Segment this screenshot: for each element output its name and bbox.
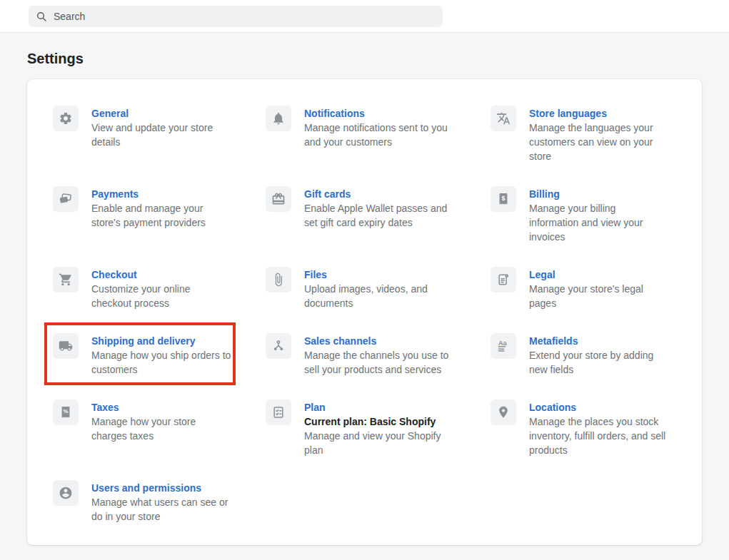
settings-item-description: Manage and view your Shopify plan: [304, 429, 457, 457]
settings-item-users-and-permissions[interactable]: Users and permissions Manage what users …: [53, 480, 266, 524]
plan-icon: [266, 399, 291, 425]
translate-icon: [491, 106, 516, 131]
settings-item-description: Manage how your store charges taxes: [91, 414, 231, 443]
settings-item-description: Manage the places you stock inventory, f…: [529, 414, 666, 457]
settings-link-general[interactable]: General: [91, 106, 231, 121]
settings-link-files[interactable]: Files: [304, 268, 457, 282]
settings-item-description: Manage how you ship orders to customers: [91, 348, 231, 377]
topbar: Search: [0, 0, 729, 33]
settings-link-users-and-permissions[interactable]: Users and permissions: [91, 481, 231, 495]
settings-item-description: Customize your online checkout process: [91, 282, 231, 310]
page-title: Settings: [27, 50, 702, 67]
settings-item-billing[interactable]: $ Billing Manage your billing informatio…: [491, 186, 676, 244]
settings-link-legal[interactable]: Legal: [529, 268, 666, 282]
settings-link-plan[interactable]: Plan: [304, 400, 457, 414]
settings-item-description: Enable Apple Wallet passes and set gift …: [304, 201, 457, 230]
settings-item-checkout[interactable]: Checkout Customize your online checkout …: [53, 267, 266, 310]
svg-text:$: $: [502, 195, 506, 202]
legal-icon: [491, 267, 516, 292]
settings-item-gift-cards[interactable]: Gift cards Enable Apple Wallet passes an…: [266, 186, 491, 244]
settings-link-billing[interactable]: Billing: [529, 187, 666, 201]
settings-item-store-languages[interactable]: Store languages Manage the languages you…: [491, 106, 676, 163]
settings-item-taxes[interactable]: % Taxes Manage how your store charges ta…: [53, 399, 266, 457]
cart-icon: [53, 267, 79, 292]
settings-item-description: Enable and manage your store's payment p…: [91, 201, 231, 230]
search-icon: [36, 11, 47, 22]
settings-link-shipping-and-delivery[interactable]: Shipping and delivery: [91, 334, 231, 348]
sales-channels-icon: [266, 333, 291, 359]
settings-item-legal[interactable]: Legal Manage your store's legal pages: [491, 267, 676, 310]
taxes-icon: %: [53, 399, 79, 425]
settings-item-description: Extend your store by adding new fields: [529, 348, 666, 377]
billing-icon: $: [491, 186, 516, 212]
metafields-icon: Aa: [491, 333, 516, 359]
settings-item-description: Manage notifications sent to you and you…: [304, 121, 457, 149]
gear-icon: [53, 106, 79, 131]
settings-item-description: Manage your store's legal pages: [529, 282, 666, 310]
settings-grid: General View and update your store detai…: [53, 106, 676, 524]
payments-icon: [53, 186, 79, 212]
settings-item-plan[interactable]: Plan Current plan: Basic Shopify Manage …: [266, 399, 491, 457]
location-icon: [491, 399, 516, 425]
settings-item-files[interactable]: Files Upload images, videos, and documen…: [266, 267, 491, 310]
settings-item-description: Manage the languages your customers can …: [529, 121, 666, 163]
users-icon: [53, 480, 79, 506]
settings-page: Settings General View and update your st…: [0, 50, 729, 545]
svg-text:Aa: Aa: [498, 340, 508, 347]
settings-item-locations[interactable]: Locations Manage the places you stock in…: [491, 399, 676, 457]
settings-item-sales-channels[interactable]: Sales channels Manage the channels you u…: [266, 333, 491, 377]
search-placeholder: Search: [54, 11, 85, 22]
settings-link-locations[interactable]: Locations: [529, 400, 666, 414]
settings-item-metafields[interactable]: Aa Metafields Extend your store by addin…: [491, 333, 676, 377]
svg-text:%: %: [63, 408, 68, 414]
settings-item-description: Manage the channels you use to sell your…: [304, 348, 457, 377]
truck-icon: [53, 333, 79, 359]
settings-link-payments[interactable]: Payments: [91, 187, 231, 201]
search-input[interactable]: Search: [29, 6, 443, 27]
settings-item-description: Manage what users can see or do in your …: [91, 495, 231, 524]
settings-item-shipping-and-delivery[interactable]: Shipping and delivery Manage how you shi…: [53, 333, 266, 377]
settings-item-general[interactable]: General View and update your store detai…: [53, 106, 266, 163]
settings-link-taxes[interactable]: Taxes: [91, 400, 231, 414]
gift-icon: [266, 186, 291, 212]
bell-icon: [266, 106, 291, 131]
settings-item-description: Upload images, videos, and documents: [304, 282, 457, 310]
settings-item-description: View and update your store details: [91, 121, 231, 149]
settings-link-sales-channels[interactable]: Sales channels: [304, 334, 457, 348]
settings-link-gift-cards[interactable]: Gift cards: [304, 187, 457, 201]
settings-link-metafields[interactable]: Metafields: [529, 334, 666, 348]
settings-link-notifications[interactable]: Notifications: [304, 106, 457, 121]
plan-current-label: Current plan: Basic Shopify: [304, 414, 457, 429]
settings-link-store-languages[interactable]: Store languages: [529, 106, 666, 121]
settings-card: General View and update your store detai…: [27, 79, 702, 545]
settings-link-checkout[interactable]: Checkout: [91, 268, 231, 282]
settings-item-payments[interactable]: Payments Enable and manage your store's …: [53, 186, 266, 244]
settings-item-description: Manage your billing information and view…: [529, 201, 666, 244]
settings-item-notifications[interactable]: Notifications Manage notifications sent …: [266, 106, 491, 163]
paperclip-icon: [266, 267, 291, 292]
